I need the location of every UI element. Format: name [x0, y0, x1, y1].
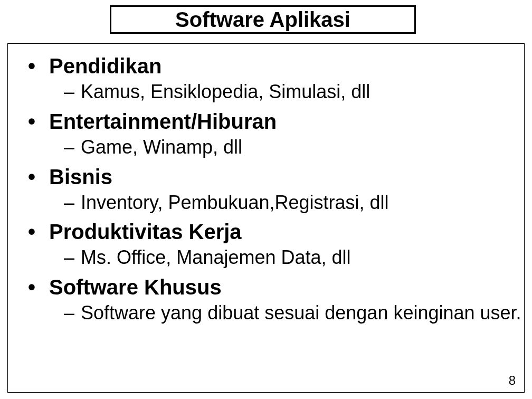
- item-sub: Inventory, Pembukuan,Registrasi, dll: [81, 191, 389, 215]
- item-sub: Game, Winamp, dll: [81, 135, 242, 160]
- item-heading-row: • Bisnis: [8, 164, 524, 189]
- list-item: • Software Khusus – Software yang dibuat…: [8, 274, 524, 330]
- item-sub: Ms. Office, Manajemen Data, dll: [81, 245, 351, 270]
- item-heading: Pendidikan: [49, 53, 162, 79]
- item-heading: Bisnis: [49, 164, 112, 189]
- list-item: • Bisnis – Inventory, Pembukuan,Registra…: [8, 164, 524, 220]
- dash-icon: –: [64, 135, 81, 160]
- list-item: • Pendidikan – Kamus, Ensiklopedia, Simu…: [8, 53, 524, 109]
- item-heading: Software Khusus: [49, 274, 222, 300]
- item-heading: Entertainment/Hiburan: [49, 109, 277, 134]
- page-number: 8: [509, 373, 516, 388]
- item-heading: Produktivitas Kerja: [49, 219, 242, 244]
- item-sub-row: – Inventory, Pembukuan,Registrasi, dll: [8, 191, 524, 215]
- slide-title-box: Software Aplikasi: [110, 5, 416, 34]
- item-sub-row: – Software yang dibuat sesuai dengan kei…: [8, 301, 524, 326]
- bullet-icon: •: [28, 164, 49, 189]
- dash-icon: –: [64, 80, 81, 104]
- item-sub: Software yang dibuat sesuai dengan keing…: [81, 301, 521, 326]
- list-item: • Entertainment/Hiburan – Game, Winamp, …: [8, 109, 524, 164]
- dash-icon: –: [64, 245, 81, 270]
- content-box: • Pendidikan – Kamus, Ensiklopedia, Simu…: [7, 43, 525, 393]
- dash-icon: –: [64, 191, 81, 215]
- bullet-icon: •: [28, 109, 49, 134]
- bullet-icon: •: [28, 53, 49, 79]
- dash-icon: –: [64, 301, 81, 326]
- slide-title: Software Aplikasi: [175, 8, 350, 32]
- item-heading-row: • Entertainment/Hiburan: [8, 109, 524, 134]
- item-sub-row: – Ms. Office, Manajemen Data, dll: [8, 245, 524, 270]
- bullet-icon: •: [28, 274, 49, 300]
- list-item: • Produktivitas Kerja – Ms. Office, Mana…: [8, 219, 524, 274]
- item-sub-row: – Kamus, Ensiklopedia, Simulasi, dll: [8, 80, 524, 104]
- bullet-icon: •: [28, 219, 49, 244]
- item-sub-row: – Game, Winamp, dll: [8, 135, 524, 160]
- item-sub: Kamus, Ensiklopedia, Simulasi, dll: [81, 80, 370, 104]
- item-heading-row: • Pendidikan: [8, 53, 524, 79]
- item-heading-row: • Produktivitas Kerja: [8, 219, 524, 244]
- item-heading-row: • Software Khusus: [8, 274, 524, 300]
